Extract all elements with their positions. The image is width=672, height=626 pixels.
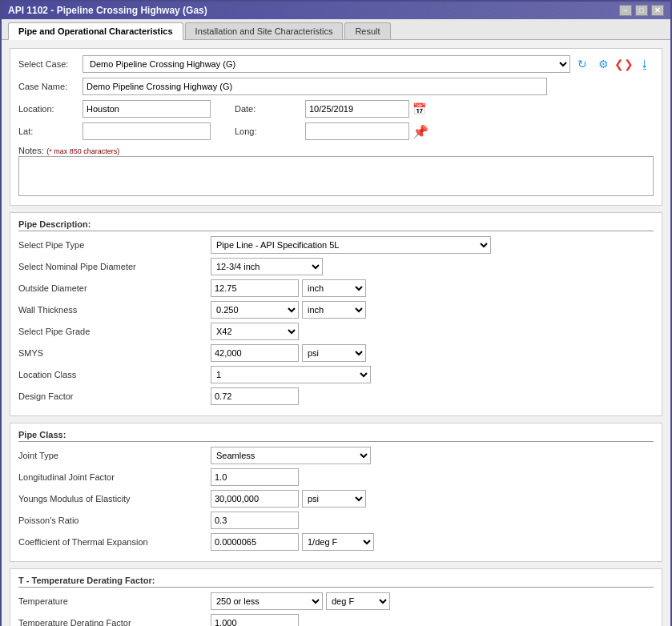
thermal-input[interactable] — [211, 533, 299, 551]
long-label: Long: — [235, 126, 299, 136]
wall-thickness-label: Wall Thickness — [18, 305, 211, 315]
thermal-row: Coefficient of Thermal Expansion 1/deg F — [18, 533, 654, 551]
nominal-diameter-label: Select Nominal Pipe Diameter — [18, 262, 211, 271]
title-bar: API 1102 - Pipeline Crossing Highway (Ga… — [2, 2, 670, 19]
window-title: API 1102 - Pipeline Crossing Highway (Ga… — [8, 5, 207, 16]
wall-thickness-unit-select[interactable]: inch — [302, 301, 366, 319]
date-input[interactable] — [305, 100, 409, 118]
top-form-section: Select Case: Demo Pipeline Crossing High… — [10, 48, 662, 206]
design-factor-input[interactable] — [211, 387, 299, 405]
longitudinal-label: Longitudinal Joint Factor — [18, 472, 211, 482]
pipe-class-section: Pipe Class: Joint Type Seamless Longitud… — [10, 423, 662, 562]
poissons-label: Poisson's Ratio — [18, 516, 211, 525]
lat-input[interactable] — [82, 122, 211, 140]
joint-type-row: Joint Type Seamless — [18, 447, 654, 464]
smys-input[interactable] — [211, 344, 299, 362]
derating-factor-control — [211, 614, 654, 626]
date-label: Date: — [235, 104, 299, 114]
temperature-label: Temperature — [18, 596, 211, 606]
thermal-label: Coefficient of Thermal Expansion — [18, 537, 211, 547]
poissons-input[interactable] — [211, 512, 299, 529]
thermal-unit-select[interactable]: 1/deg F — [302, 533, 374, 551]
pipe-type-label: Select Pipe Type — [18, 240, 211, 250]
nominal-diameter-select[interactable]: 12-3/4 inch — [211, 258, 323, 275]
location-class-label: Location Class — [18, 370, 211, 379]
calendar-icon[interactable]: 📅 — [412, 102, 426, 115]
notes-textarea[interactable] — [18, 156, 654, 196]
pipe-type-control: Pipe Line - API Specification 5L — [211, 236, 654, 254]
temperature-control: 250 or less deg F — [211, 592, 654, 610]
pipe-description-title: Pipe Description: — [18, 219, 654, 231]
derating-factor-row: Temperature Derating Factor — [18, 614, 654, 626]
wall-thickness-row: Wall Thickness 0.250 inch — [18, 301, 654, 319]
select-case-label: Select Case: — [18, 59, 82, 69]
location-input[interactable] — [82, 100, 211, 118]
minimize-button[interactable]: − — [619, 5, 632, 16]
refresh-icon[interactable]: ↻ — [573, 55, 591, 73]
pipe-grade-control: X42 — [211, 323, 654, 340]
temperature-derating-title: T - Temperature Derating Factor: — [18, 576, 654, 588]
temperature-select[interactable]: 250 or less — [211, 592, 323, 610]
map-pin-icon[interactable]: 📌 — [412, 124, 429, 139]
location-date-row: Location: Date: 📅 — [18, 100, 654, 118]
temperature-unit-select[interactable]: deg F — [326, 592, 390, 610]
share-icon[interactable]: ❮❯ — [615, 55, 633, 73]
longitudinal-input[interactable] — [211, 468, 299, 486]
notes-label: Notes: (* max 850 characters) — [18, 145, 654, 156]
outside-diameter-unit-select[interactable]: inch — [302, 279, 366, 297]
maximize-button[interactable]: □ — [635, 5, 648, 16]
download-icon[interactable]: ⭳ — [636, 55, 654, 73]
case-name-label: Case Name: — [18, 82, 82, 91]
design-factor-control — [211, 387, 654, 405]
temperature-derating-section: T - Temperature Derating Factor: Tempera… — [10, 568, 662, 626]
pipe-grade-row: Select Pipe Grade X42 — [18, 323, 654, 340]
outside-diameter-control: inch — [211, 279, 654, 297]
location-label: Location: — [18, 104, 82, 114]
joint-type-control: Seamless — [211, 447, 654, 464]
nominal-diameter-row: Select Nominal Pipe Diameter 12-3/4 inch — [18, 258, 654, 275]
smys-unit-select[interactable]: psi — [302, 344, 366, 362]
lat-label: Lat: — [18, 126, 82, 136]
thermal-control: 1/deg F — [211, 533, 654, 551]
notes-row: Notes: (* max 850 characters) — [18, 145, 654, 199]
tab-bar: Pipe and Operational Characteristics Ins… — [2, 19, 670, 40]
location-class-row: Location Class 1 — [18, 366, 654, 383]
youngs-row: Youngs Modulus of Elasticity psi — [18, 490, 654, 508]
smys-control: psi — [211, 344, 654, 362]
design-factor-label: Design Factor — [18, 391, 211, 401]
wall-thickness-control: 0.250 inch — [211, 301, 654, 319]
pipe-grade-select[interactable]: X42 — [211, 323, 299, 340]
pipe-grade-label: Select Pipe Grade — [18, 327, 211, 336]
pipe-type-row: Select Pipe Type Pipe Line - API Specifi… — [18, 236, 654, 254]
outside-diameter-input[interactable] — [211, 279, 299, 297]
case-name-input[interactable] — [82, 78, 547, 95]
wall-thickness-select[interactable]: 0.250 — [211, 301, 299, 319]
location-class-select[interactable]: 1 — [211, 366, 371, 383]
pipe-type-select[interactable]: Pipe Line - API Specification 5L — [211, 236, 491, 254]
youngs-input[interactable] — [211, 490, 299, 508]
tab-installation[interactable]: Installation and Site Characteristics — [185, 22, 344, 39]
select-case-row: Select Case: Demo Pipeline Crossing High… — [18, 55, 654, 73]
select-case-wrapper: Demo Pipeline Crossing Highway (G) ↻ ⚙ ❮… — [82, 55, 654, 73]
poissons-control — [211, 512, 654, 529]
long-input[interactable] — [305, 122, 409, 140]
gear-icon[interactable]: ⚙ — [594, 55, 612, 73]
select-case-dropdown[interactable]: Demo Pipeline Crossing Highway (G) — [82, 55, 570, 73]
tab-result[interactable]: Result — [344, 22, 390, 39]
pipe-class-title: Pipe Class: — [18, 430, 654, 442]
joint-type-select[interactable]: Seamless — [211, 447, 371, 464]
poissons-row: Poisson's Ratio — [18, 512, 654, 529]
close-button[interactable]: ✕ — [651, 5, 664, 16]
youngs-control: psi — [211, 490, 654, 508]
youngs-unit-select[interactable]: psi — [302, 490, 366, 508]
tab-pipe-operational[interactable]: Pipe and Operational Characteristics — [8, 22, 183, 40]
smys-row: SMYS psi — [18, 344, 654, 362]
joint-type-label: Joint Type — [18, 451, 211, 460]
derating-factor-input[interactable] — [211, 614, 299, 626]
location-class-control: 1 — [211, 366, 654, 383]
pipe-description-section: Pipe Description: Select Pipe Type Pipe … — [10, 212, 662, 416]
outside-diameter-row: Outside Diameter inch — [18, 279, 654, 297]
smys-label: SMYS — [18, 348, 211, 358]
case-name-row: Case Name: — [18, 78, 654, 95]
design-factor-row: Design Factor — [18, 387, 654, 405]
